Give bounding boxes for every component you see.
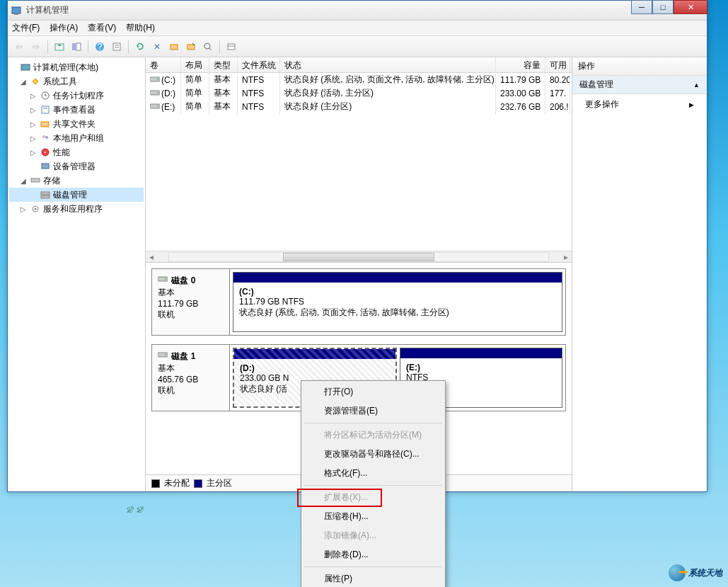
actions-header: 操作 bbox=[572, 57, 707, 76]
disk-partition[interactable]: (C:)111.79 GB NTFS状态良好 (系统, 启动, 页面文件, 活动… bbox=[233, 272, 562, 332]
col-fs[interactable]: 文件系统 bbox=[238, 57, 280, 72]
svg-rect-20 bbox=[42, 106, 49, 113]
svg-rect-10 bbox=[171, 45, 178, 50]
show-hide-tree-button[interactable] bbox=[69, 40, 83, 54]
tree-root[interactable]: 计算机管理(本地) bbox=[9, 60, 144, 74]
action-group-disk-management[interactable]: 磁盘管理 ▲ bbox=[572, 76, 707, 94]
menu-file[interactable]: 文件(F) bbox=[12, 22, 40, 34]
svg-point-23 bbox=[42, 135, 45, 138]
actions-pane: 操作 磁盘管理 ▲ 更多操作 ▶ bbox=[572, 57, 707, 491]
tree-performance[interactable]: ▷性能 bbox=[9, 145, 144, 159]
disk-row: 磁盘 0基本111.79 GB联机(C:)111.79 GB NTFS状态良好 … bbox=[151, 268, 566, 336]
svg-point-34 bbox=[157, 79, 158, 80]
menu-change-drive-letter[interactable]: 更改驱动器号和路径(C)... bbox=[303, 445, 444, 464]
icon-2[interactable] bbox=[184, 40, 198, 54]
col-status[interactable]: 状态 bbox=[280, 57, 496, 72]
menu-view[interactable]: 查看(V) bbox=[88, 22, 116, 34]
svg-point-42 bbox=[165, 354, 166, 355]
disk-info[interactable]: 磁盘 1基本465.76 GB联机 bbox=[152, 345, 230, 411]
close-button[interactable]: ✕ bbox=[674, 0, 707, 14]
tree-task-scheduler[interactable]: ▷任务计划程序 bbox=[9, 89, 144, 103]
minimize-button[interactable]: ─ bbox=[631, 0, 652, 14]
svg-rect-14 bbox=[228, 44, 235, 50]
back-button[interactable]: ⇦ bbox=[12, 40, 26, 54]
tree-device-manager[interactable]: 设备管理器 bbox=[9, 159, 144, 173]
search-icon[interactable] bbox=[201, 40, 215, 54]
properties-button[interactable] bbox=[110, 40, 124, 54]
volume-list: 卷 布局 类型 文件系统 状态 容量 可用 (C:)简单基本NTFS状态良好 (… bbox=[146, 57, 572, 263]
collapse-icon[interactable]: ▲ bbox=[693, 81, 700, 89]
delete-icon[interactable]: ✕ bbox=[150, 40, 164, 54]
svg-rect-28 bbox=[31, 178, 40, 182]
svg-rect-22 bbox=[41, 122, 49, 127]
svg-point-32 bbox=[35, 208, 37, 210]
table-header[interactable]: 卷 布局 类型 文件系统 状态 容量 可用 bbox=[146, 57, 572, 73]
menu-action[interactable]: 操作(A) bbox=[50, 22, 78, 34]
col-volume[interactable]: 卷 bbox=[146, 57, 181, 72]
svg-rect-16 bbox=[21, 64, 30, 70]
forward-button[interactable]: ⇨ bbox=[29, 40, 43, 54]
watermark: 系统天地 bbox=[669, 564, 722, 581]
svg-rect-27 bbox=[42, 164, 49, 169]
svg-point-36 bbox=[157, 92, 158, 93]
app-icon bbox=[11, 5, 22, 16]
navigation-tree[interactable]: 计算机管理(本地) ◢系统工具 ▷任务计划程序 ▷事件查看器 ▷共享文件夹 ▷本… bbox=[8, 57, 146, 491]
legend-unallocated: 未分配 bbox=[164, 477, 190, 489]
action-more[interactable]: 更多操作 ▶ bbox=[572, 94, 707, 115]
tree-storage[interactable]: ◢存储 bbox=[9, 173, 144, 188]
maximize-button[interactable]: □ bbox=[652, 0, 674, 14]
separator bbox=[219, 40, 220, 53]
svg-rect-29 bbox=[41, 192, 50, 195]
menu-separator bbox=[304, 485, 442, 486]
tree-shared-folders[interactable]: ▷共享文件夹 bbox=[9, 117, 144, 131]
tree-local-users[interactable]: ▷本地用户和组 bbox=[9, 131, 144, 145]
svg-point-26 bbox=[45, 152, 46, 153]
tree-disk-management[interactable]: 磁盘管理 bbox=[9, 188, 144, 202]
scrollbar-thumb[interactable] bbox=[283, 253, 434, 261]
separator bbox=[47, 40, 48, 53]
svg-point-40 bbox=[165, 278, 166, 280]
disk-info[interactable]: 磁盘 0基本111.79 GB联机 bbox=[152, 269, 230, 335]
help-button[interactable]: ? bbox=[93, 40, 107, 54]
menu-format[interactable]: 格式化(F)... bbox=[303, 464, 444, 483]
svg-line-13 bbox=[209, 48, 212, 50]
icon-1[interactable] bbox=[167, 40, 181, 54]
col-capacity[interactable]: 容量 bbox=[496, 57, 545, 72]
up-button[interactable] bbox=[52, 40, 67, 54]
tree-services-apps[interactable]: ▷服务和应用程序 bbox=[9, 202, 144, 216]
menu-delete-volume[interactable]: 删除卷(D)... bbox=[303, 545, 444, 564]
menu-help[interactable]: 帮助(H) bbox=[126, 22, 155, 34]
col-layout[interactable]: 布局 bbox=[181, 57, 209, 72]
toolbar: ⇦ ⇨ ? ✕ bbox=[8, 36, 707, 57]
menu-explorer[interactable]: 资源管理器(E) bbox=[303, 401, 444, 421]
tree-system-tools[interactable]: ◢系统工具 bbox=[9, 74, 144, 89]
chevron-right-icon: ▶ bbox=[689, 101, 694, 108]
tree-event-viewer[interactable]: ▷事件查看器 bbox=[9, 103, 144, 117]
legend-swatch-primary bbox=[194, 479, 202, 488]
legend-swatch-unallocated bbox=[151, 479, 160, 488]
titlebar[interactable]: 计算机管理 ─ □ ✕ bbox=[8, 1, 707, 21]
svg-point-24 bbox=[45, 136, 48, 139]
refresh-button[interactable] bbox=[133, 40, 147, 54]
menu-open[interactable]: 打开(O) bbox=[303, 382, 444, 401]
menu-shrink-volume[interactable]: 压缩卷(H)... bbox=[303, 507, 444, 526]
table-row[interactable]: (E:)简单基本NTFS状态良好 (主分区)232.76 GB206.! bbox=[146, 100, 572, 113]
col-type[interactable]: 类型 bbox=[209, 57, 238, 72]
svg-rect-0 bbox=[12, 7, 21, 13]
menu-separator bbox=[304, 566, 442, 567]
svg-rect-7 bbox=[113, 43, 120, 50]
list-icon[interactable] bbox=[224, 40, 238, 54]
menu-properties[interactable]: 属性(P) bbox=[303, 569, 444, 587]
svg-rect-4 bbox=[76, 43, 81, 50]
svg-rect-3 bbox=[72, 43, 76, 50]
horizontal-scrollbar[interactable]: ◂ ▸ bbox=[146, 251, 572, 262]
svg-point-38 bbox=[157, 106, 158, 107]
svg-point-12 bbox=[204, 43, 210, 49]
svg-rect-11 bbox=[187, 45, 195, 50]
separator bbox=[88, 40, 88, 53]
col-available[interactable]: 可用 bbox=[545, 57, 570, 72]
svg-rect-1 bbox=[14, 13, 18, 15]
legend-primary: 主分区 bbox=[207, 477, 232, 489]
separator bbox=[128, 40, 129, 53]
globe-icon bbox=[669, 564, 686, 581]
